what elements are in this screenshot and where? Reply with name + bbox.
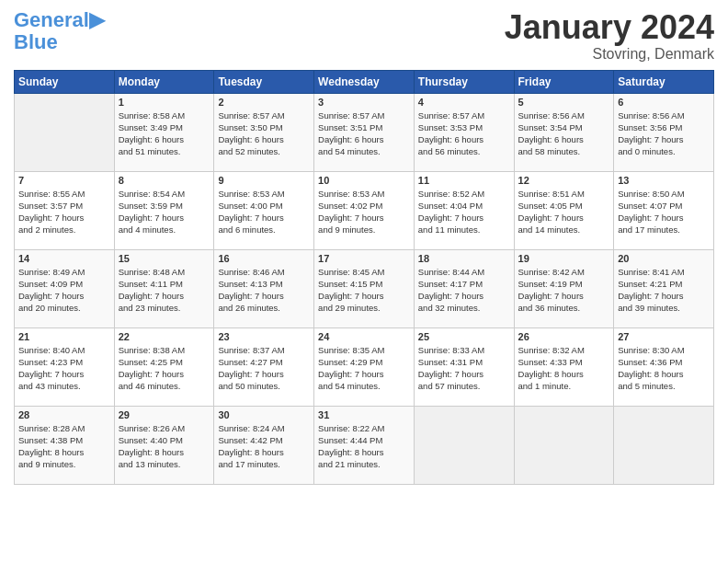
logo-blue: ▶ [89, 8, 105, 31]
day-number: 10 [318, 175, 410, 186]
title-area: January 2024 Stovring, Denmark [505, 9, 714, 63]
day-info: Sunrise: 8:55 AM Sunset: 3:57 PM Dayligh… [18, 188, 110, 236]
calendar-cell: 13Sunrise: 8:50 AM Sunset: 4:07 PM Dayli… [614, 171, 714, 249]
day-info: Sunrise: 8:57 AM Sunset: 3:51 PM Dayligh… [318, 109, 410, 158]
day-number: 17 [318, 253, 410, 264]
day-info: Sunrise: 8:37 AM Sunset: 4:27 PM Dayligh… [218, 344, 310, 393]
calendar-cell: 1Sunrise: 8:58 AM Sunset: 3:49 PM Daylig… [114, 93, 214, 171]
calendar-cell: 6Sunrise: 8:56 AM Sunset: 3:56 PM Daylig… [614, 93, 714, 171]
calendar-cell: 27Sunrise: 8:30 AM Sunset: 4:36 PM Dayli… [614, 327, 714, 406]
day-info: Sunrise: 8:41 AM Sunset: 4:21 PM Dayligh… [618, 266, 710, 315]
calendar-header-saturday: Saturday [614, 70, 714, 93]
day-number: 22 [119, 331, 210, 342]
day-info: Sunrise: 8:42 AM Sunset: 4:19 PM Dayligh… [518, 266, 610, 315]
calendar-header-thursday: Thursday [414, 70, 514, 93]
day-number: 18 [418, 253, 510, 264]
day-number: 16 [218, 253, 310, 264]
day-info: Sunrise: 8:26 AM Sunset: 4:40 PM Dayligh… [119, 422, 210, 471]
day-info: Sunrise: 8:49 AM Sunset: 4:09 PM Dayligh… [18, 266, 110, 315]
calendar-cell: 20Sunrise: 8:41 AM Sunset: 4:21 PM Dayli… [614, 249, 714, 327]
day-info: Sunrise: 8:35 AM Sunset: 4:29 PM Dayligh… [318, 344, 410, 393]
day-info: Sunrise: 8:30 AM Sunset: 4:36 PM Dayligh… [618, 344, 710, 393]
day-number: 21 [18, 331, 110, 342]
day-info: Sunrise: 8:56 AM Sunset: 3:54 PM Dayligh… [518, 109, 610, 158]
calendar-cell: 11Sunrise: 8:52 AM Sunset: 4:04 PM Dayli… [414, 171, 514, 249]
day-info: Sunrise: 8:28 AM Sunset: 4:38 PM Dayligh… [18, 422, 110, 471]
day-info: Sunrise: 8:22 AM Sunset: 4:44 PM Dayligh… [318, 422, 410, 471]
day-number: 31 [318, 409, 410, 420]
calendar-cell: 10Sunrise: 8:53 AM Sunset: 4:02 PM Dayli… [314, 171, 415, 249]
calendar-header-monday: Monday [114, 70, 214, 93]
calendar-cell: 30Sunrise: 8:24 AM Sunset: 4:42 PM Dayli… [214, 406, 314, 484]
day-info: Sunrise: 8:46 AM Sunset: 4:13 PM Dayligh… [218, 266, 310, 315]
day-number: 30 [218, 409, 310, 420]
day-number: 4 [418, 97, 510, 108]
calendar-cell: 16Sunrise: 8:46 AM Sunset: 4:13 PM Dayli… [214, 249, 314, 327]
calendar-cell: 25Sunrise: 8:33 AM Sunset: 4:31 PM Dayli… [414, 327, 514, 406]
calendar-cell: 12Sunrise: 8:51 AM Sunset: 4:05 PM Dayli… [514, 171, 614, 249]
page-container: General▶ Blue January 2024 Stovring, Den… [0, 0, 728, 499]
calendar-header-sunday: Sunday [15, 70, 115, 93]
calendar-cell: 4Sunrise: 8:57 AM Sunset: 3:53 PM Daylig… [414, 93, 514, 171]
calendar-cell: 28Sunrise: 8:28 AM Sunset: 4:38 PM Dayli… [15, 406, 115, 484]
day-number: 14 [18, 253, 110, 264]
calendar-cell: 14Sunrise: 8:49 AM Sunset: 4:09 PM Dayli… [15, 249, 115, 327]
day-info: Sunrise: 8:57 AM Sunset: 3:53 PM Dayligh… [418, 109, 510, 158]
day-number: 19 [518, 253, 610, 264]
day-info: Sunrise: 8:33 AM Sunset: 4:31 PM Dayligh… [418, 344, 510, 393]
calendar-cell [514, 406, 614, 484]
calendar-cell [414, 406, 514, 484]
day-number: 24 [318, 331, 410, 342]
day-number: 25 [418, 331, 510, 342]
day-number: 12 [518, 175, 610, 186]
day-number: 26 [518, 331, 610, 342]
day-info: Sunrise: 8:58 AM Sunset: 3:49 PM Dayligh… [119, 109, 210, 158]
calendar-cell: 31Sunrise: 8:22 AM Sunset: 4:44 PM Dayli… [314, 406, 415, 484]
logo-blue-text: Blue [14, 30, 58, 53]
day-number: 5 [518, 97, 610, 108]
calendar-cell: 9Sunrise: 8:53 AM Sunset: 4:00 PM Daylig… [214, 171, 314, 249]
location: Stovring, Denmark [505, 46, 714, 63]
calendar-week-5: 28Sunrise: 8:28 AM Sunset: 4:38 PM Dayli… [15, 406, 714, 484]
day-info: Sunrise: 8:54 AM Sunset: 3:59 PM Dayligh… [119, 188, 210, 236]
calendar-header-wednesday: Wednesday [314, 70, 415, 93]
day-number: 28 [18, 409, 110, 420]
day-info: Sunrise: 8:48 AM Sunset: 4:11 PM Dayligh… [119, 266, 210, 315]
day-number: 13 [618, 175, 710, 186]
calendar-cell: 2Sunrise: 8:57 AM Sunset: 3:50 PM Daylig… [214, 93, 314, 171]
calendar-cell: 7Sunrise: 8:55 AM Sunset: 3:57 PM Daylig… [15, 171, 115, 249]
day-number: 1 [119, 97, 210, 108]
calendar-cell: 22Sunrise: 8:38 AM Sunset: 4:25 PM Dayli… [114, 327, 214, 406]
calendar-header-friday: Friday [514, 70, 614, 93]
day-number: 27 [618, 331, 710, 342]
day-info: Sunrise: 8:32 AM Sunset: 4:33 PM Dayligh… [518, 344, 610, 393]
calendar-cell: 21Sunrise: 8:40 AM Sunset: 4:23 PM Dayli… [15, 327, 115, 406]
calendar-table: SundayMondayTuesdayWednesdayThursdayFrid… [14, 70, 714, 485]
day-number: 15 [119, 253, 210, 264]
calendar-cell: 15Sunrise: 8:48 AM Sunset: 4:11 PM Dayli… [114, 249, 214, 327]
calendar-cell: 3Sunrise: 8:57 AM Sunset: 3:51 PM Daylig… [314, 93, 415, 171]
calendar-week-2: 7Sunrise: 8:55 AM Sunset: 3:57 PM Daylig… [15, 171, 714, 249]
calendar-cell: 18Sunrise: 8:44 AM Sunset: 4:17 PM Dayli… [414, 249, 514, 327]
calendar-header-tuesday: Tuesday [214, 70, 314, 93]
day-number: 23 [218, 331, 310, 342]
day-info: Sunrise: 8:52 AM Sunset: 4:04 PM Dayligh… [418, 188, 510, 236]
page-header: General▶ Blue January 2024 Stovring, Den… [14, 9, 714, 63]
day-info: Sunrise: 8:24 AM Sunset: 4:42 PM Dayligh… [218, 422, 310, 471]
day-number: 11 [418, 175, 510, 186]
month-title: January 2024 [505, 9, 714, 46]
calendar-cell: 23Sunrise: 8:37 AM Sunset: 4:27 PM Dayli… [214, 327, 314, 406]
day-info: Sunrise: 8:56 AM Sunset: 3:56 PM Dayligh… [618, 109, 710, 158]
calendar-cell [614, 406, 714, 484]
logo: General▶ Blue [14, 9, 105, 53]
calendar-cell: 24Sunrise: 8:35 AM Sunset: 4:29 PM Dayli… [314, 327, 415, 406]
day-info: Sunrise: 8:51 AM Sunset: 4:05 PM Dayligh… [518, 188, 610, 236]
calendar-week-4: 21Sunrise: 8:40 AM Sunset: 4:23 PM Dayli… [15, 327, 714, 406]
day-number: 2 [218, 97, 310, 108]
day-info: Sunrise: 8:57 AM Sunset: 3:50 PM Dayligh… [218, 109, 310, 158]
day-info: Sunrise: 8:45 AM Sunset: 4:15 PM Dayligh… [318, 266, 410, 315]
logo-text: General▶ Blue [14, 9, 105, 53]
day-number: 3 [318, 97, 410, 108]
day-number: 7 [18, 175, 110, 186]
day-info: Sunrise: 8:40 AM Sunset: 4:23 PM Dayligh… [18, 344, 110, 393]
